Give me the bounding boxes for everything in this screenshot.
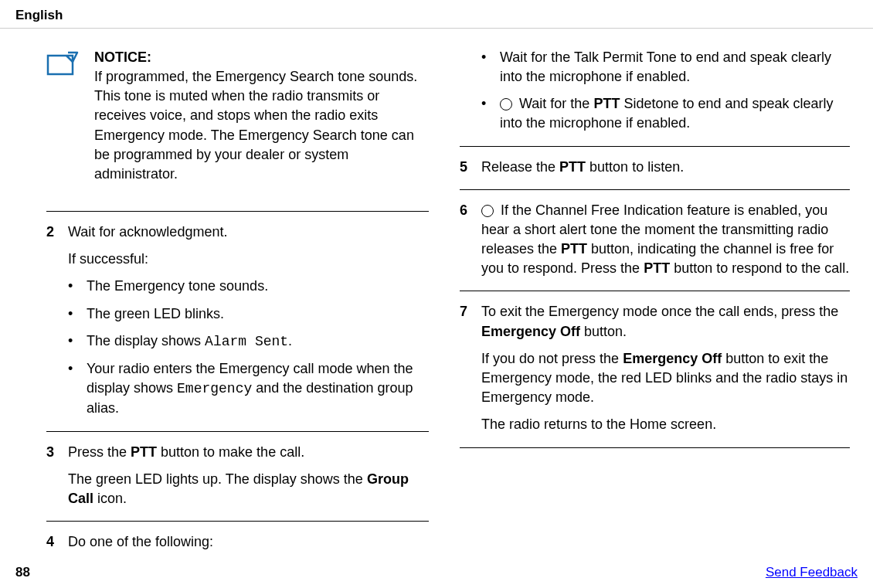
bullet-text: Wait for the Talk Permit Tone to end and… xyxy=(500,48,850,87)
bullet-text: The Emergency tone sounds. xyxy=(87,277,268,296)
list-item: • The display shows Alarm Sent. xyxy=(68,331,429,352)
step-5-text: Release the PTT button to listen. xyxy=(481,158,850,177)
left-column: NOTICE: If programmed, the Emergency Sea… xyxy=(0,29,436,565)
step-number: 5 xyxy=(460,158,481,177)
feature-icon xyxy=(500,98,512,110)
step-6-text: If the Channel Free Indication feature i… xyxy=(481,201,850,279)
step-4-continuation: • Wait for the Talk Permit Tone to end a… xyxy=(460,36,850,146)
feature-icon xyxy=(481,205,494,217)
page-header: English xyxy=(0,0,873,29)
list-item: • Your radio enters the Emergency call m… xyxy=(68,359,429,419)
step-4-bullets: • Wait for the Talk Permit Tone to end a… xyxy=(481,48,850,134)
step-body: To exit the Emergency mode once the call… xyxy=(481,302,850,434)
bullet-text: The display shows Alarm Sent. xyxy=(87,331,292,352)
bullet-text: Wait for the PTT Sidetone to end and spe… xyxy=(500,94,850,133)
bullet-text: The green LED blinks. xyxy=(87,304,224,324)
notice-block: NOTICE: If programmed, the Emergency Sea… xyxy=(46,36,429,195)
step-7: 7 To exit the Emergency mode once the ca… xyxy=(460,291,850,447)
step-4-line1: Do one of the following: xyxy=(68,532,429,552)
page-number: 88 xyxy=(15,563,30,582)
step-number: 7 xyxy=(460,302,481,434)
send-feedback-link[interactable]: Send Feedback xyxy=(766,563,858,582)
bullet-icon: • xyxy=(481,94,500,133)
bullet-icon: • xyxy=(68,304,87,324)
step-body: Wait for acknowledgment. If successful: … xyxy=(68,223,429,419)
step-number: 2 xyxy=(46,223,68,419)
language-label: English xyxy=(15,6,858,25)
step-4: 4 Do one of the following: xyxy=(46,521,429,564)
step-body: Release the PTT button to listen. xyxy=(481,158,850,177)
bullet-icon: • xyxy=(68,277,87,296)
step-3-line2: The green LED lights up. The display sho… xyxy=(68,470,429,508)
list-item: • The green LED blinks. xyxy=(68,304,429,324)
step-7-line1: To exit the Emergency mode once the call… xyxy=(481,302,850,341)
step-number: 3 xyxy=(46,443,68,509)
bullet-icon: • xyxy=(481,48,500,87)
step-number: 6 xyxy=(460,201,481,279)
step-7-line2: If you do not press the Emergency Off bu… xyxy=(481,349,850,408)
list-item: • Wait for the Talk Permit Tone to end a… xyxy=(481,48,850,87)
notice-title: NOTICE: xyxy=(94,49,151,65)
page-footer: 88 Send Feedback xyxy=(0,563,873,582)
step-number: 4 xyxy=(46,532,68,552)
bullet-icon: • xyxy=(68,359,87,419)
step-3: 3 Press the PTT button to make the call.… xyxy=(46,431,429,522)
right-column: • Wait for the Talk Permit Tone to end a… xyxy=(436,29,873,565)
notice-icon xyxy=(46,49,80,81)
step-2-bullets: • The Emergency tone sounds. • The green… xyxy=(68,277,429,418)
notice-text: NOTICE: If programmed, the Emergency Sea… xyxy=(94,48,429,184)
step-6: 6 If the Channel Free Indication feature… xyxy=(460,189,850,291)
notice-body: If programmed, the Emergency Search tone… xyxy=(94,69,417,182)
bullet-text: Your radio enters the Emergency call mod… xyxy=(87,359,429,419)
list-item: • Wait for the PTT Sidetone to end and s… xyxy=(481,94,850,133)
bullet-icon: • xyxy=(68,331,87,352)
list-item: • The Emergency tone sounds. xyxy=(68,277,429,296)
step-2: 2 Wait for acknowledgment. If successful… xyxy=(46,211,429,431)
step-3-line1: Press the PTT button to make the call. xyxy=(68,443,429,462)
step-2-line2: If successful: xyxy=(68,250,429,269)
step-body: Press the PTT button to make the call. T… xyxy=(68,443,429,509)
content-area: NOTICE: If programmed, the Emergency Sea… xyxy=(0,29,873,565)
step-7-line3: The radio returns to the Home screen. xyxy=(481,415,850,434)
step-2-line1: Wait for acknowledgment. xyxy=(68,223,429,242)
step-body: If the Channel Free Indication feature i… xyxy=(481,201,850,279)
step-body: Do one of the following: xyxy=(68,532,429,552)
step-5: 5 Release the PTT button to listen. xyxy=(460,146,850,189)
